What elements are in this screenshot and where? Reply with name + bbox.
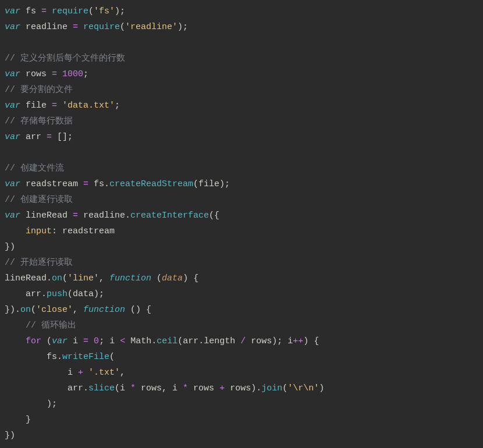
code-token: arr. [5, 289, 47, 299]
code-token: function [83, 305, 125, 315]
code-line: arr.slice(i * rows, i * rows + rows).joi… [5, 383, 324, 393]
code-token: , [120, 368, 125, 378]
code-token: ({ [209, 211, 219, 221]
code-token: input [26, 226, 52, 236]
code-token: i [68, 336, 83, 346]
code-token: = [73, 211, 78, 221]
code-token: = [73, 22, 78, 32]
code-token: rows). [225, 383, 261, 393]
code-token: ( [109, 352, 115, 362]
code-token: / [240, 336, 246, 346]
code-token [5, 321, 26, 330]
code-line: // 创建逐行读取 [5, 195, 73, 205]
code-token: createReadStream [109, 179, 193, 189]
code-token: ) { [303, 336, 319, 346]
code-token: var [5, 179, 20, 189]
code-token: file [20, 101, 52, 111]
code-token: var [5, 69, 20, 79]
code-token: writeFile [62, 352, 109, 362]
code-token: 'close' [36, 305, 73, 315]
code-token: 'readline' [125, 22, 177, 32]
code-token: = [83, 179, 88, 189]
code-token: var [5, 211, 20, 221]
code-token: ); [5, 399, 57, 409]
code-token: data [162, 273, 183, 283]
code-token: } [5, 415, 31, 425]
code-token: // 开始逐行读取 [5, 258, 73, 268]
code-token: // 创建文件流 [5, 163, 64, 173]
code-editor[interactable]: var fs = require('fs'); var readline = r… [0, 0, 483, 447]
code-token: ( [88, 6, 94, 16]
code-token: }) [5, 242, 15, 252]
code-line: // 开始逐行读取 [5, 258, 73, 268]
code-line: arr.push(data); [5, 289, 104, 299]
code-token: fs. [5, 352, 62, 362]
code-line: var readline = require('readline'); [5, 22, 188, 32]
code-token: (i [115, 383, 130, 393]
code-token: // 创建逐行读取 [5, 195, 73, 205]
code-token: on [20, 305, 31, 315]
code-token: + [78, 368, 83, 378]
code-token: createInterface [130, 211, 209, 221]
code-token: var [5, 22, 20, 32]
code-line: var readstream = fs.createReadStream(fil… [5, 179, 230, 189]
code-token: = [52, 101, 57, 111]
code-line: var file = 'data.txt'; [5, 101, 120, 111]
code-token: lineRead [20, 211, 73, 221]
code-token: arr [20, 132, 47, 142]
code-line: input: readstream [5, 226, 115, 236]
code-token: '\r\n' [287, 383, 319, 393]
code-token: require [83, 22, 120, 32]
code-line: var arr = []; [5, 132, 73, 142]
code-line: var lineRead = readline.createInterface(… [5, 211, 219, 221]
code-token [5, 226, 26, 236]
code-token: ( [282, 383, 287, 393]
code-token: rows [20, 69, 52, 79]
code-line: // 创建文件流 [5, 163, 64, 173]
code-line: fs.writeFile( [5, 352, 115, 362]
code-token [57, 101, 62, 111]
code-token: ( [31, 305, 36, 315]
code-line: // 循环输出 [5, 321, 76, 330]
code-token: () { [125, 305, 151, 315]
code-line: }).on('close', function () { [5, 305, 151, 315]
code-token: ; [115, 101, 120, 111]
code-token: fs. [88, 179, 109, 189]
code-token: rows [188, 383, 219, 393]
code-token: ) { [183, 273, 198, 283]
code-token: < [120, 336, 125, 346]
code-token: ++ [293, 336, 303, 346]
code-token: readstream [20, 179, 83, 189]
code-token: * [130, 383, 136, 393]
code-line: // 存储每行数据 [5, 116, 73, 126]
code-line: }) [5, 431, 15, 440]
code-token: : readstream [52, 226, 115, 236]
code-token: var [52, 336, 68, 346]
code-token: (file); [193, 179, 230, 189]
code-token: ; i [99, 336, 120, 346]
code-token: = [52, 69, 57, 79]
code-token: // 定义分割后每个文件的行数 [5, 54, 125, 63]
code-line: // 定义分割后每个文件的行数 [5, 54, 125, 63]
code-token: readline. [78, 211, 130, 221]
code-token [5, 336, 26, 346]
code-token [57, 69, 62, 79]
code-token: var [5, 132, 20, 142]
code-token: 'line' [68, 273, 99, 283]
code-token: ( [41, 336, 52, 346]
code-token: }). [5, 305, 20, 315]
code-token: = [41, 6, 47, 16]
code-token [83, 368, 88, 378]
code-token: 1000 [62, 69, 83, 79]
code-token: ceil [157, 336, 177, 346]
code-line: }) [5, 242, 15, 252]
code-token: arr. [5, 383, 88, 393]
code-token: , [73, 305, 83, 315]
code-token: i [5, 368, 78, 378]
code-token: function [109, 273, 151, 283]
code-token: ( [151, 273, 162, 283]
code-token: ); [115, 6, 125, 16]
code-token: var [5, 6, 20, 16]
code-token: rows); i [246, 336, 293, 346]
code-line: i + '.txt', [5, 368, 125, 378]
